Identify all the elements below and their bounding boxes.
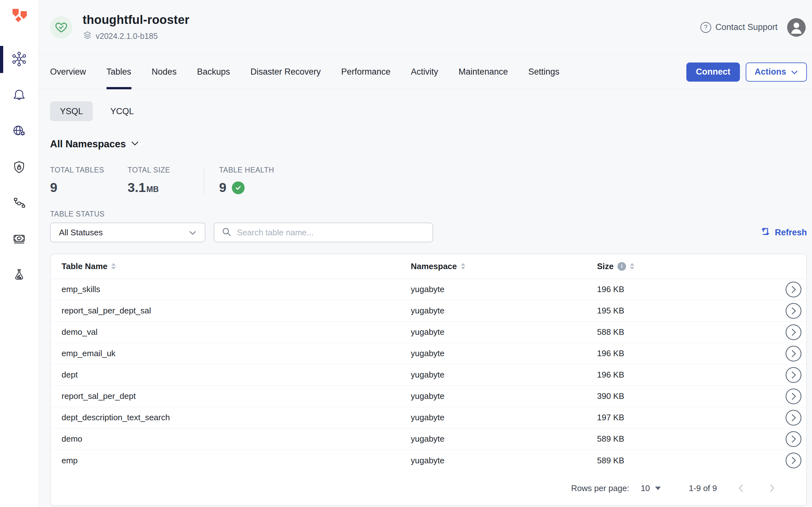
security-icon: [11, 159, 27, 176]
column-header-namespace[interactable]: Namespace: [411, 262, 597, 271]
sidebar-item-integrations[interactable]: [0, 185, 38, 222]
page-title: thoughtful-rooster: [83, 13, 190, 27]
row-detail-button[interactable]: [785, 324, 802, 341]
row-detail-button[interactable]: [785, 281, 802, 298]
sidebar: [0, 0, 39, 507]
row-detail-button[interactable]: [785, 452, 802, 469]
namespace-filter-label: All Namespaces: [50, 138, 126, 150]
tables-card: Table NameNamespaceSizei emp_skillsyugab…: [50, 253, 807, 506]
tab-backups[interactable]: Backups: [197, 55, 230, 89]
stat-value: 9: [219, 180, 226, 195]
cell-size: 390 KB: [597, 391, 768, 401]
universe-health-heart-icon: [50, 16, 72, 39]
table-row[interactable]: report_sal_per_dept_salyugabyte195 KB: [51, 300, 806, 322]
universes-icon: [11, 51, 27, 68]
help-icon: ?: [700, 22, 711, 33]
table-body: emp_skillsyugabyte196 KBreport_sal_per_d…: [51, 279, 806, 471]
table-row[interactable]: demoyugabyte589 KB: [51, 429, 806, 450]
cell-namespace: yugabyte: [411, 413, 597, 422]
connect-button[interactable]: Connect: [686, 62, 740, 81]
page-header: thoughtful-rooster v2024.2.1.0-b185 ? Co…: [39, 0, 812, 55]
sidebar-item-admin[interactable]: [0, 114, 38, 150]
cell-namespace: yugabyte: [411, 284, 597, 294]
column-label: Size: [597, 262, 614, 271]
refresh-icon: [760, 226, 770, 239]
column-header-table-name[interactable]: Table Name: [62, 262, 411, 271]
sidebar-item-billing[interactable]: [0, 222, 38, 258]
actions-button[interactable]: Actions: [746, 62, 807, 81]
stat-value: 3.1: [127, 180, 146, 195]
row-detail-button[interactable]: [785, 302, 802, 319]
version-text: v2024.2.1.0-b185: [96, 32, 158, 41]
rows-per-page-select[interactable]: 10: [641, 484, 661, 493]
stat-label: TOTAL TABLES: [50, 166, 127, 174]
cell-size: 196 KB: [597, 348, 768, 358]
table-row[interactable]: emp_skillsyugabyte196 KB: [51, 279, 806, 300]
table-row[interactable]: report_sal_per_deptyugabyte390 KB: [51, 386, 806, 407]
tab-maintenance[interactable]: Maintenance: [458, 55, 508, 89]
integrations-icon: [11, 195, 27, 212]
tab-overview[interactable]: Overview: [50, 55, 86, 89]
namespace-filter[interactable]: All Namespaces: [50, 138, 807, 150]
yugabyte-logo-icon[interactable]: [0, 0, 39, 33]
experimental-icon: [11, 268, 27, 284]
table-row[interactable]: demo_valyugabyte588 KB: [51, 322, 806, 343]
stat-table-health: TABLE HEALTH 9: [205, 166, 274, 195]
tab-disaster-recovery[interactable]: Disaster Recovery: [250, 55, 321, 89]
tab-nodes[interactable]: Nodes: [152, 55, 177, 89]
column-header-size[interactable]: Sizei: [597, 262, 768, 271]
cell-table-name: demo_val: [62, 327, 411, 337]
tab-tables[interactable]: Tables: [107, 55, 131, 89]
sidebar-item-security[interactable]: [0, 150, 38, 185]
stats-row: TOTAL TABLES 9 TOTAL SIZE 3.1MB TABLE HE…: [50, 166, 807, 195]
refresh-button[interactable]: Refresh: [760, 226, 807, 239]
sidebar-item-alerts[interactable]: [0, 77, 38, 114]
rows-per-page-value: 10: [641, 484, 650, 493]
previous-page-button[interactable]: [735, 482, 748, 495]
search-box: [214, 223, 433, 242]
dropdown-arrow-icon: [655, 487, 661, 490]
cell-table-name: emp_email_uk: [62, 348, 411, 358]
sidebar-item-experimental[interactable]: [0, 258, 38, 294]
row-detail-button[interactable]: [785, 345, 802, 362]
api-toggle-ysql[interactable]: YSQL: [50, 101, 93, 121]
row-detail-button[interactable]: [785, 388, 802, 405]
tab-performance[interactable]: Performance: [341, 55, 391, 89]
table-header-row: Table NameNamespaceSizei: [51, 254, 806, 279]
table-row[interactable]: empyugabyte589 KB: [51, 450, 806, 471]
chevron-right-icon: [785, 409, 802, 426]
contact-support-link[interactable]: ? Contact Support: [700, 22, 777, 33]
chevron-right-icon: [785, 302, 802, 319]
search-input[interactable]: [237, 228, 426, 237]
api-toggle-ycql[interactable]: YCQL: [101, 101, 144, 121]
status-select[interactable]: All Statuses: [50, 223, 205, 242]
tab-activity[interactable]: Activity: [411, 55, 438, 89]
cell-size: 197 KB: [597, 413, 768, 422]
sort-icon[interactable]: [461, 263, 465, 270]
sort-icon[interactable]: [111, 263, 116, 270]
cell-namespace: yugabyte: [411, 306, 597, 316]
sort-icon[interactable]: [630, 263, 634, 270]
search-icon: [221, 227, 231, 238]
cell-namespace: yugabyte: [411, 348, 597, 358]
table-row[interactable]: deptyugabyte196 KB: [51, 364, 806, 386]
cell-size: 196 KB: [597, 370, 768, 380]
tab-settings[interactable]: Settings: [528, 55, 559, 89]
user-avatar[interactable]: [787, 18, 806, 37]
cell-table-name: demo: [62, 434, 411, 444]
row-detail-button[interactable]: [785, 431, 802, 447]
cell-size: 196 KB: [597, 284, 768, 294]
stat-unit: MB: [146, 185, 159, 194]
column-label: Namespace: [411, 262, 457, 271]
sidebar-item-universes[interactable]: [0, 42, 38, 77]
table-row[interactable]: emp_email_ukyugabyte196 KB: [51, 343, 806, 364]
row-detail-button[interactable]: [785, 367, 802, 383]
next-page-button[interactable]: [765, 482, 778, 495]
stat-value: 9: [50, 180, 127, 195]
row-detail-button[interactable]: [785, 409, 802, 426]
info-icon[interactable]: i: [617, 262, 626, 271]
chevron-right-icon: [785, 281, 802, 298]
rows-per-page-label: Rows per page:: [571, 484, 629, 493]
table-row[interactable]: dept_description_text_searchyugabyte197 …: [51, 407, 806, 429]
cell-size: 588 KB: [597, 327, 768, 337]
